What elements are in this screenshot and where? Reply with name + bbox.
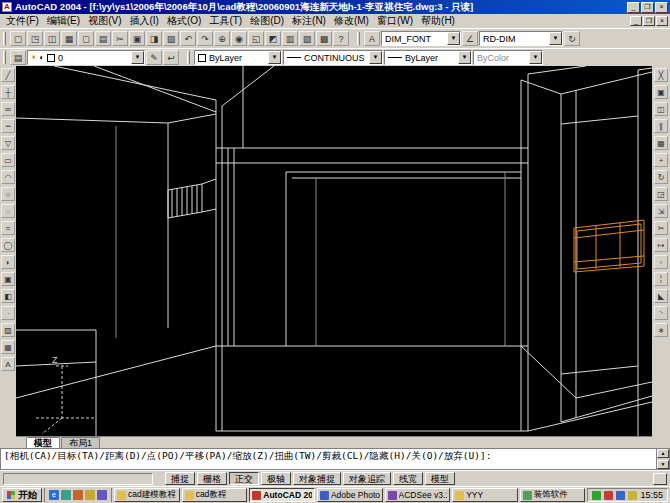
menu-item-file[interactable]: 文件(F) <box>2 14 43 28</box>
scale-button[interactable]: ◲ <box>654 187 668 201</box>
construction-line-button[interactable]: ┼ <box>1 85 15 99</box>
menu-item-help[interactable]: 帮助(H) <box>417 14 459 28</box>
quick-launch-icon-mail[interactable] <box>85 490 95 500</box>
polyline-button[interactable]: ┉ <box>1 119 15 133</box>
chevron-down-icon[interactable]: ▼ <box>549 32 562 45</box>
command-window[interactable]: [相机(CA)/目标(TA)/距离(D)/点(PO)/平移(PA)/缩放(Z)/… <box>0 448 670 470</box>
insert-block-button[interactable]: ▣ <box>1 272 15 286</box>
zoom-previous-button[interactable]: ◩ <box>265 31 281 46</box>
menu-item-insert[interactable]: 插入(I) <box>125 14 162 28</box>
break-button[interactable]: ╎ <box>654 272 668 286</box>
menu-item-format[interactable]: 格式(O) <box>163 14 205 28</box>
ellipse-arc-button[interactable]: ◗ <box>1 255 15 269</box>
revision-cloud-button[interactable]: ◌ <box>1 204 15 218</box>
toolbar-grip[interactable] <box>3 32 6 45</box>
model-viewport[interactable]: Z <box>16 66 652 436</box>
dim-style-combo[interactable]: RD-DIM ▼ <box>479 31 563 46</box>
rotate-button[interactable]: ↻ <box>654 170 668 184</box>
chamfer-button[interactable]: ◣ <box>654 289 668 303</box>
pan-button[interactable]: ⊕ <box>214 31 230 46</box>
scroll-down-icon[interactable]: ▼ <box>657 460 669 469</box>
plot-preview-button[interactable]: ◻ <box>78 31 94 46</box>
line-button[interactable]: ╱ <box>1 68 15 82</box>
chevron-down-icon[interactable]: ▼ <box>458 51 471 64</box>
ellipse-button[interactable]: ◯ <box>1 238 15 252</box>
offset-button[interactable]: ∥ <box>654 119 668 133</box>
stretch-button[interactable]: ⇲ <box>654 204 668 218</box>
paste-button[interactable]: ◨ <box>146 31 162 46</box>
extend-button[interactable]: ↦ <box>654 238 668 252</box>
tray-icon-1[interactable] <box>592 491 601 500</box>
tool-palettes-button[interactable]: ▩ <box>316 31 332 46</box>
publish-button[interactable]: ▤ <box>95 31 111 46</box>
chevron-down-icon[interactable]: ▼ <box>131 51 144 64</box>
chevron-down-icon[interactable]: ▼ <box>447 32 460 45</box>
menu-item-tools[interactable]: 工具(T) <box>205 14 246 28</box>
taskbar-task-cad-tutorial[interactable]: cad教程 <box>182 488 248 502</box>
menu-item-draw[interactable]: 绘图(D) <box>246 14 288 28</box>
layer-properties-manager-button[interactable]: ▤ <box>10 50 26 65</box>
close-button[interactable]: × <box>655 2 668 13</box>
polygon-button[interactable]: ▽ <box>1 136 15 150</box>
save-button[interactable]: ◫ <box>44 31 60 46</box>
help-button[interactable]: ? <box>333 31 349 46</box>
copy-button[interactable]: ▣ <box>129 31 145 46</box>
taskbar-task-decor-software[interactable]: 装饰软件 <box>520 488 586 502</box>
plot-button[interactable]: ▦ <box>61 31 77 46</box>
erase-button[interactable]: ╳ <box>654 68 668 82</box>
break-at-point-button[interactable]: ◦ <box>654 255 668 269</box>
tray-icon-3[interactable] <box>616 491 625 500</box>
fillet-button[interactable]: ◝ <box>654 306 668 320</box>
undo-button[interactable]: ↶ <box>180 31 196 46</box>
status-toggle-osnap[interactable]: 对象捕捉 <box>293 472 341 485</box>
move-button[interactable]: + <box>654 153 668 167</box>
status-toggle-model[interactable]: 模型 <box>425 472 455 485</box>
cut-button[interactable]: ✂ <box>112 31 128 46</box>
highlighted-object[interactable] <box>574 220 644 272</box>
tray-icon-4[interactable] <box>628 491 637 500</box>
minimize-button[interactable]: _ <box>627 2 640 13</box>
status-toggle-ortho[interactable]: 正交 <box>229 472 259 485</box>
point-button[interactable]: ∙ <box>1 306 15 320</box>
designcenter-button[interactable]: ▧ <box>299 31 315 46</box>
menu-item-window[interactable]: 窗口(W) <box>373 14 417 28</box>
dim-style-button[interactable]: ∠ <box>462 31 478 46</box>
dim-update-button[interactable]: ↻ <box>564 31 580 46</box>
multiline-button[interactable]: ═ <box>1 102 15 116</box>
toolbar-grip[interactable] <box>3 51 6 64</box>
quick-launch-icon-media[interactable] <box>73 490 83 500</box>
trim-button[interactable]: ✂ <box>654 221 668 235</box>
array-button[interactable]: ▦ <box>654 136 668 150</box>
hatch-button[interactable]: ▨ <box>1 323 15 337</box>
doc-restore-button[interactable]: ❐ <box>643 16 655 26</box>
spline-button[interactable]: ≈ <box>1 221 15 235</box>
lineweight-combo[interactable]: ByLayer ▼ <box>384 50 472 65</box>
open-button[interactable]: ◳ <box>27 31 43 46</box>
chevron-down-icon[interactable]: ▼ <box>369 51 382 64</box>
status-toggle-polar[interactable]: 极轴 <box>261 472 291 485</box>
arc-button[interactable]: ◠ <box>1 170 15 184</box>
taskbar-task-cad-modeling-tutorial[interactable]: cad建模教程 <box>114 488 180 502</box>
status-toggle-otrack[interactable]: 对象追踪 <box>343 472 391 485</box>
quick-launch-icon-ie[interactable]: e <box>49 490 59 500</box>
tab-layout1[interactable]: 布局1 <box>61 437 100 448</box>
circle-button[interactable]: ○ <box>1 187 15 201</box>
scroll-up-icon[interactable]: ▲ <box>657 449 669 458</box>
dim-text-style-combo[interactable]: DIM_FONT ▼ <box>381 31 461 46</box>
menu-item-dimension[interactable]: 标注(N) <box>288 14 330 28</box>
match-properties-button[interactable]: ▨ <box>163 31 179 46</box>
tab-model[interactable]: 模型 <box>26 437 60 448</box>
redo-button[interactable]: ↷ <box>197 31 213 46</box>
start-button[interactable]: 开始 <box>2 488 42 502</box>
toolbar-grip[interactable] <box>357 32 360 45</box>
region-button[interactable]: ▦ <box>1 340 15 354</box>
restore-button[interactable]: ❐ <box>641 2 654 13</box>
mirror-button[interactable]: ◫ <box>654 102 668 116</box>
taskbar-task-acdsee[interactable]: ACDSee v3.1... <box>385 488 451 502</box>
make-block-button[interactable]: ◧ <box>1 289 15 303</box>
linetype-combo[interactable]: CONTINUOUS ▼ <box>283 50 383 65</box>
doc-close-button[interactable]: × <box>656 16 668 26</box>
rectangle-button[interactable]: ▭ <box>1 153 15 167</box>
copy-object-button[interactable]: ▣ <box>654 85 668 99</box>
status-toggle-lwt[interactable]: 线宽 <box>393 472 423 485</box>
